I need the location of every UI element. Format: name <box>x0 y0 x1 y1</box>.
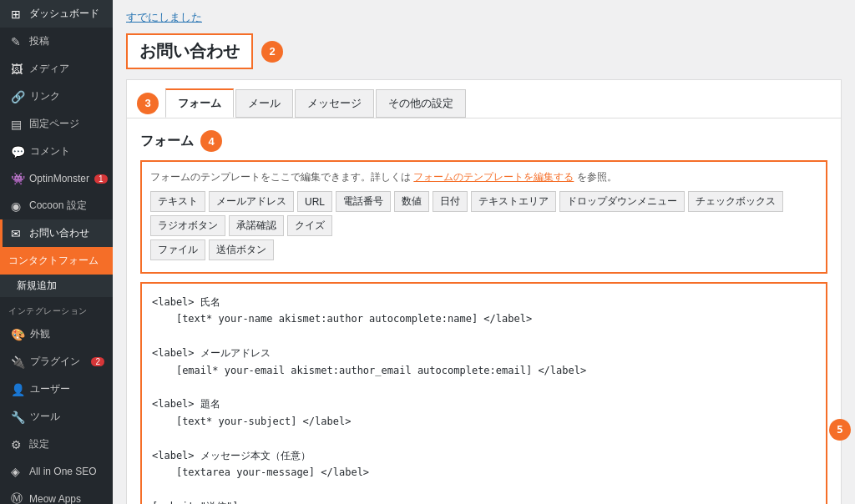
form-field-button[interactable]: 数値 <box>394 191 429 212</box>
sidebar-item-links[interactable]: 🔗 リンク <box>0 83 113 110</box>
settings-icon: ⚙ <box>11 438 24 451</box>
sidebar-item-new[interactable]: 新規追加 <box>0 275 113 297</box>
meowapps-icon: Ⓜ <box>11 491 24 504</box>
sidebar-item-plugins[interactable]: 🔌 プラグイン 2 <box>0 348 113 375</box>
page-title: お問い合わせ <box>126 33 253 69</box>
circle-badge-4: 4 <box>200 130 222 152</box>
form-field-button[interactable]: テキストエリア <box>471 191 556 212</box>
tab-mail[interactable]: メール <box>235 89 293 118</box>
tab-content: フォーム 4 フォームのテンプレートをここで編集できます。詳しくは フォームのテ… <box>127 118 841 504</box>
form-field-button[interactable]: 電話番号 <box>336 191 391 212</box>
form-builder-desc: フォームのテンプレートをここで編集できます。詳しくは フォームのテンプレートを編… <box>150 170 817 184</box>
plugins-badge: 2 <box>91 357 104 366</box>
sidebar-item-posts[interactable]: ✎ 投稿 <box>0 28 113 55</box>
sidebar-item-allinoneseo[interactable]: ◈ All in One SEO <box>0 458 113 485</box>
code-area-left: 5<label> 氏名 [text* your-name akismet:aut… <box>140 282 827 504</box>
sidebar-item-media[interactable]: 🖼 メディア <box>0 55 113 83</box>
links-icon: 🔗 <box>11 90 25 103</box>
form-field-button[interactable]: 日付 <box>433 191 468 212</box>
circle-badge-5: 5 <box>829 419 851 441</box>
code-area[interactable]: 5<label> 氏名 [text* your-name akismet:aut… <box>140 282 827 504</box>
sidebar-item-settings[interactable]: ⚙ 設定 <box>0 431 113 458</box>
form-field-button[interactable]: チェックボックス <box>688 191 783 212</box>
optinmonster-badge: 1 <box>94 174 108 184</box>
comments-icon: 💬 <box>11 145 25 159</box>
contact-icon: ✉ <box>11 227 24 240</box>
users-icon: 👤 <box>11 383 25 396</box>
form-field-button[interactable]: メールアドレス <box>209 191 294 212</box>
sidebar-item-optinmonster[interactable]: 👾 OptinMonster 1 <box>0 165 113 192</box>
sidebar-item-pages[interactable]: ▤ 固定ページ <box>0 110 113 138</box>
sidebar-item-comments[interactable]: 💬 コメント <box>0 138 113 165</box>
sidebar-item-cocoon[interactable]: ◉ Cocoon 設定 <box>0 192 113 219</box>
content-area: すでにしました お問い合わせ 2 3 フォーム メール メッセージ その他の設定 <box>113 0 855 504</box>
main-content: すでにしました お問い合わせ 2 3 フォーム メール メッセージ その他の設定 <box>113 0 855 504</box>
form-field-button[interactable]: 送信ボタン <box>209 239 274 260</box>
form-field-button[interactable]: ラジオボタン <box>150 215 225 236</box>
optinmonster-icon: 👾 <box>11 172 24 185</box>
sidebar: ⊞ ダッシュボード ✎ 投稿 🖼 メディア 🔗 リンク ▤ 固定ページ 💬 コメ… <box>0 0 113 504</box>
circle-badge-2: 2 <box>261 41 283 63</box>
form-section-header: フォーム 4 <box>140 130 827 152</box>
form-field-button[interactable]: ドロップダウンメニュー <box>559 191 685 212</box>
form-field-button[interactable]: ファイル <box>150 239 205 260</box>
form-field-button[interactable]: URL <box>297 191 332 212</box>
form-field-button[interactable]: 承諾確認 <box>229 215 284 236</box>
tabs-card: 3 フォーム メール メッセージ その他の設定 フォーム 4 <box>126 79 842 504</box>
sidebar-item-appearance[interactable]: 🎨 外観 <box>0 320 113 348</box>
code-area-container: 5<label> 氏名 [text* your-name akismet:aut… <box>140 282 827 504</box>
integration-section-label: インテグレーション <box>0 297 113 320</box>
form-template-link[interactable]: フォームのテンプレートを編集する <box>413 171 574 183</box>
form-section-title: フォーム <box>140 133 194 150</box>
tab-form[interactable]: フォーム <box>165 88 234 118</box>
sidebar-item-contact[interactable]: ✉ お問い合わせ <box>0 219 113 247</box>
sidebar-item-tools[interactable]: 🔧 ツール <box>0 403 113 431</box>
sidebar-item-contactform[interactable]: コンタクトフォーム <box>0 247 113 275</box>
pages-icon: ▤ <box>11 118 24 131</box>
circle-badge-3: 3 <box>137 93 159 114</box>
form-buttons-row1: テキストメールアドレスURL電話番号数値日付テキストエリアドロップダウンメニュー… <box>150 191 817 236</box>
media-icon: 🖼 <box>11 63 24 76</box>
form-builder-box: フォームのテンプレートをここで編集できます。詳しくは フォームのテンプレートを編… <box>140 160 827 274</box>
top-link[interactable]: すでにしました <box>126 10 842 25</box>
tab-other[interactable]: その他の設定 <box>376 89 466 118</box>
appearance-icon: 🎨 <box>11 328 25 341</box>
form-buttons-row2: ファイル送信ボタン <box>150 239 817 260</box>
title-bar: お問い合わせ 2 <box>126 33 842 69</box>
sidebar-item-users[interactable]: 👤 ユーザー <box>0 375 113 403</box>
tools-icon: 🔧 <box>11 411 25 424</box>
posts-icon: ✎ <box>11 35 24 48</box>
form-field-button[interactable]: テキスト <box>150 191 205 212</box>
form-field-button[interactable]: クイズ <box>287 215 332 236</box>
allinoneseo-icon: ◈ <box>11 465 24 478</box>
sidebar-item-dashboard[interactable]: ⊞ ダッシュボード <box>0 0 113 28</box>
cocoon-icon: ◉ <box>11 199 24 213</box>
code-pre: <label> 氏名 [text* your-name akismet:auth… <box>152 294 816 504</box>
tabs-row: フォーム メール メッセージ その他の設定 <box>165 88 466 118</box>
tab-message[interactable]: メッセージ <box>295 89 374 118</box>
sidebar-item-meowapps[interactable]: Ⓜ Meow Apps <box>0 485 113 504</box>
plugins-icon: 🔌 <box>11 355 25 369</box>
dashboard-icon: ⊞ <box>11 8 24 21</box>
